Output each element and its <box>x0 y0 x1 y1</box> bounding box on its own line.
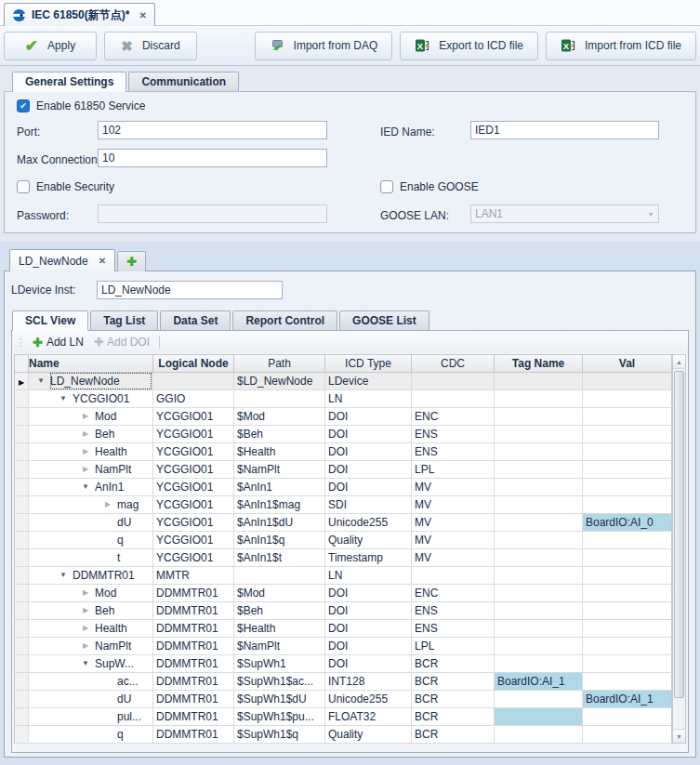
table-row[interactable]: ▶ModDDMMTR01$ModDOIENC <box>14 585 672 602</box>
icd-type-cell[interactable]: FLOAT32 <box>325 708 412 726</box>
table-row[interactable]: ▶NamPltDDMMTR01$NamPltDOILPL <box>14 638 672 655</box>
val-cell[interactable] <box>583 443 672 461</box>
path-cell[interactable]: $AnIn1$q <box>234 532 325 549</box>
ldevice-tab-close-icon[interactable]: ✕ <box>99 256 106 266</box>
name-cell[interactable]: ▼SupW... <box>29 655 153 673</box>
val-cell[interactable] <box>583 532 672 549</box>
enable-security-checkbox[interactable] <box>17 180 30 193</box>
expand-icon[interactable]: ▶ <box>76 426 95 442</box>
table-row[interactable]: ▼SupW...DDMMTR01$SupWh1DOIBCR <box>14 655 672 673</box>
name-cell[interactable]: ▼AnIn1 <box>29 479 153 496</box>
val-cell[interactable] <box>583 567 672 585</box>
logical-node-cell[interactable]: YCGGIO01 <box>153 549 234 567</box>
logical-node-cell[interactable]: YCGGIO01 <box>153 408 234 426</box>
add-ldevice-tab-button[interactable]: ✚ <box>117 251 146 271</box>
cdc-cell[interactable]: ENS <box>412 602 495 620</box>
val-cell[interactable] <box>583 461 672 479</box>
cdc-cell[interactable]: MV <box>412 514 495 532</box>
cdc-cell[interactable]: BCR <box>412 726 495 744</box>
icd-type-cell[interactable]: DOI <box>325 461 412 479</box>
name-cell[interactable]: ▶mag <box>29 496 153 514</box>
tag-name-cell[interactable] <box>495 479 583 496</box>
path-cell[interactable]: $Mod <box>234 585 325 602</box>
tag-name-cell[interactable] <box>495 514 583 532</box>
name-cell[interactable]: dU <box>29 691 153 708</box>
val-cell[interactable] <box>583 585 672 602</box>
logical-node-cell[interactable]: DDMMTR01 <box>153 638 234 655</box>
logical-node-cell[interactable]: DDMMTR01 <box>153 708 234 726</box>
discard-button[interactable]: ✖ Discard <box>104 32 197 60</box>
icd-type-cell[interactable]: SDI <box>325 496 412 514</box>
expand-icon[interactable]: ▶ <box>99 496 117 513</box>
name-cell[interactable]: ▶NamPlt <box>29 461 153 479</box>
tab-communication[interactable]: Communication <box>128 72 239 91</box>
val-cell[interactable] <box>583 390 672 408</box>
icd-type-cell[interactable]: DOI <box>325 443 412 461</box>
column-header-path[interactable]: Path <box>234 354 325 373</box>
tag-name-cell[interactable] <box>495 567 583 585</box>
column-header-icd[interactable]: ICD Type <box>325 354 412 373</box>
table-row[interactable]: ▼DDMMTR01MMTRLN <box>14 567 672 585</box>
table-row[interactable]: ac...DDMMTR01$SupWh1$ac...INT128BCRBoard… <box>14 673 672 691</box>
icd-type-cell[interactable]: DOI <box>325 655 412 673</box>
tag-name-cell[interactable] <box>495 638 583 655</box>
cdc-cell[interactable] <box>412 390 495 408</box>
val-cell[interactable] <box>583 620 672 638</box>
logical-node-cell[interactable]: GGIO <box>153 390 234 408</box>
name-cell[interactable]: ▼DDMMTR01 <box>29 567 153 585</box>
cdc-cell[interactable]: MV <box>412 479 495 496</box>
tag-name-cell[interactable] <box>495 496 583 514</box>
icd-type-cell[interactable]: LDevice <box>325 373 412 390</box>
path-cell[interactable]: $SupWh1$pu... <box>234 708 325 726</box>
cdc-cell[interactable]: ENS <box>412 426 495 443</box>
tab-report-control[interactable]: Report Control <box>232 310 337 330</box>
cdc-cell[interactable]: MV <box>412 549 495 567</box>
table-row[interactable]: ▶BehDDMMTR01$BehDOIENS <box>14 602 672 620</box>
collapse-icon[interactable]: ▼ <box>76 655 95 672</box>
enable-goose-checkbox[interactable] <box>380 180 393 193</box>
expand-icon[interactable]: ▶ <box>76 443 95 460</box>
val-cell[interactable] <box>583 373 672 390</box>
path-cell[interactable]: $NamPlt <box>234 461 325 479</box>
val-cell[interactable] <box>583 726 672 744</box>
icd-type-cell[interactable]: DOI <box>325 638 412 655</box>
tag-name-cell[interactable] <box>495 549 583 567</box>
ldevice-inst-input[interactable] <box>97 281 283 299</box>
table-row[interactable]: ▶HealthDDMMTR01$HealthDOIENS <box>14 620 672 638</box>
logical-node-cell[interactable]: DDMMTR01 <box>153 673 234 691</box>
export-to-icd-button[interactable]: X Export to ICD file <box>400 32 538 60</box>
tag-name-cell[interactable] <box>495 726 583 744</box>
document-tab-iec61850[interactable]: IEC 61850(新节点)* ✕ <box>4 3 155 26</box>
path-cell[interactable]: $Health <box>234 443 325 461</box>
name-cell[interactable]: dU <box>29 514 153 532</box>
logical-node-cell[interactable]: DDMMTR01 <box>153 655 234 673</box>
icd-type-cell[interactable]: Unicode255 <box>325 691 412 708</box>
tab-data-set[interactable]: Data Set <box>160 310 231 330</box>
tag-name-cell[interactable] <box>495 461 583 479</box>
table-row[interactable]: dUYCGGIO01$AnIn1$dUUnicode255MVBoardIO:A… <box>14 514 672 532</box>
cdc-cell[interactable]: MV <box>412 496 495 514</box>
val-cell[interactable] <box>583 673 672 691</box>
logical-node-cell[interactable]: MMTR <box>153 567 234 585</box>
table-row[interactable]: ▶▼LD_NewNode$LD_NewNodeLDevice <box>14 373 672 390</box>
val-cell[interactable] <box>583 408 672 426</box>
collapse-icon[interactable]: ▼ <box>76 479 95 495</box>
val-cell[interactable]: BoardIO:AI_0 <box>583 514 672 532</box>
tag-name-cell[interactable] <box>495 655 583 673</box>
column-header-cdc[interactable]: CDC <box>412 354 495 373</box>
cdc-cell[interactable]: ENC <box>412 408 495 426</box>
icd-type-cell[interactable]: DOI <box>325 426 412 443</box>
val-cell[interactable] <box>583 549 672 567</box>
table-row[interactable]: qYCGGIO01$AnIn1$qQualityMV <box>14 532 672 549</box>
logical-node-cell[interactable]: YCGGIO01 <box>153 496 234 514</box>
tag-name-cell[interactable] <box>495 532 583 549</box>
logical-node-cell[interactable]: DDMMTR01 <box>153 620 234 638</box>
collapse-icon[interactable]: ▼ <box>54 390 73 407</box>
logical-node-cell[interactable]: DDMMTR01 <box>153 602 234 620</box>
collapse-icon[interactable]: ▼ <box>54 567 73 584</box>
import-from-daq-button[interactable]: Import from DAQ <box>255 32 393 60</box>
name-cell[interactable]: ▼LD_NewNode <box>29 373 153 390</box>
icd-type-cell[interactable]: Quality <box>325 532 412 549</box>
path-cell[interactable] <box>234 390 325 408</box>
logical-node-cell[interactable]: DDMMTR01 <box>153 726 234 744</box>
